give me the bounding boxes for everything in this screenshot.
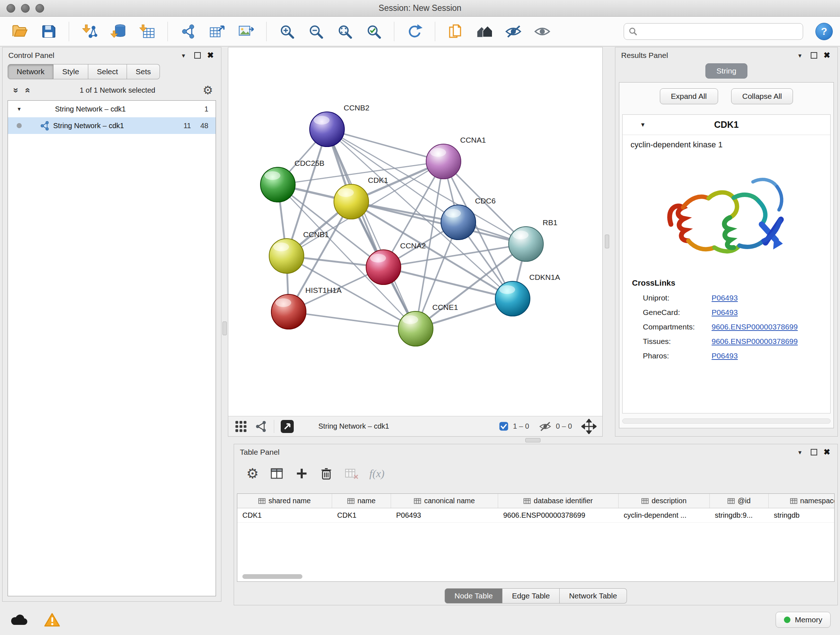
show-all-button[interactable] <box>530 20 554 43</box>
function-builder-icon[interactable]: f(x) <box>369 467 385 480</box>
collection-row[interactable]: ▼ String Network – cdk1 1 <box>8 101 216 117</box>
zoom-in-button[interactable] <box>275 20 299 43</box>
add-row-plus-icon[interactable] <box>295 467 309 480</box>
tab-sets[interactable]: Sets <box>127 64 160 79</box>
zoom-window-button[interactable] <box>35 4 44 13</box>
zoom-selected-button[interactable] <box>362 20 386 43</box>
table-cell[interactable]: CDK1 <box>332 508 391 523</box>
crosslink-link[interactable]: P06493 <box>712 294 737 302</box>
network-options-gear-icon[interactable]: ⚙ <box>202 84 213 96</box>
close-window-button[interactable] <box>6 4 15 13</box>
tab-string[interactable]: String <box>706 63 748 79</box>
import-network-from-file-button[interactable] <box>77 20 102 43</box>
home-button[interactable] <box>472 20 497 43</box>
birdseye-view-icon[interactable] <box>255 420 268 433</box>
save-session-button[interactable] <box>36 20 61 43</box>
duplicate-document-button[interactable] <box>443 20 468 43</box>
network-node-CCNB2[interactable]: CCNB2 <box>309 103 369 147</box>
collapse-section-icon[interactable]: ▼ <box>640 122 646 128</box>
zoom-out-button[interactable] <box>303 20 328 43</box>
table-cell[interactable]: stringdb <box>769 508 835 523</box>
network-node-RB1[interactable]: RB1 <box>508 218 557 261</box>
tab-network[interactable]: Network <box>8 64 54 79</box>
network-row[interactable]: String Network – cdk1 11 48 <box>8 117 216 134</box>
column-header-shared-name[interactable]: shared name <box>237 494 332 508</box>
hide-selected-button[interactable] <box>501 20 526 43</box>
close-panel-icon[interactable]: ✖ <box>822 51 832 60</box>
tree-expand-icon[interactable]: ▼ <box>17 106 24 112</box>
float-panel-icon[interactable] <box>811 52 817 59</box>
network-node-CDKN1A[interactable]: CDKN1A <box>495 273 560 316</box>
close-panel-icon[interactable]: ✖ <box>206 51 215 60</box>
minimize-window-button[interactable] <box>21 4 30 13</box>
column-header-id[interactable]: @id <box>710 494 769 508</box>
collapse-all-icon[interactable]: » <box>11 85 22 96</box>
column-header-description[interactable]: description <box>619 494 710 508</box>
automation-cloud-icon[interactable] <box>9 613 28 626</box>
table-cell[interactable]: P06493 <box>391 508 498 523</box>
export-image-button[interactable] <box>234 20 258 43</box>
table-hscrollbar[interactable] <box>241 574 835 579</box>
network-node-HIST1H1A[interactable]: HIST1H1A <box>271 286 341 329</box>
network-canvas[interactable]: CCNB2CCNA1CDC25BCDK1CDC6RB1CCNB1CCNA2CDK… <box>228 48 602 416</box>
new-network-from-table-button[interactable] <box>205 20 229 43</box>
zoom-fit-button[interactable] <box>332 20 357 43</box>
table-cell[interactable]: cyclin-dependent ... <box>619 508 710 523</box>
crosslink-link[interactable]: 9606.ENSP00000378699 <box>712 323 798 331</box>
network-edge[interactable] <box>327 129 416 329</box>
hidden-eye-slash-icon[interactable] <box>538 420 552 433</box>
grid-view-icon[interactable] <box>234 420 248 433</box>
tab-edge-table[interactable]: Edge Table <box>502 588 560 603</box>
expand-all-button[interactable]: Expand All <box>660 88 718 104</box>
table-cell[interactable]: 9606.ENSP00000378699 <box>498 508 619 523</box>
close-panel-icon[interactable]: ✖ <box>822 448 832 457</box>
selected-checkbox-icon[interactable] <box>499 421 508 431</box>
table-settings-gear-icon[interactable]: ⚙ <box>246 467 259 480</box>
collapse-all-button[interactable]: Collapse All <box>731 88 793 104</box>
panel-menu-icon[interactable]: ▼ <box>794 449 806 455</box>
float-panel-icon[interactable] <box>811 449 817 455</box>
refresh-view-button[interactable] <box>402 20 427 43</box>
column-header-database-identifier[interactable]: database identifier <box>498 494 619 508</box>
help-button[interactable]: ? <box>815 23 833 40</box>
results-scrollbar[interactable] <box>622 418 831 424</box>
crosslink-link[interactable]: P06493 <box>712 352 737 360</box>
crosslink-link[interactable]: P06493 <box>712 308 737 317</box>
column-header-canonical-name[interactable]: canonical name <box>391 494 498 508</box>
network-edge[interactable] <box>289 312 416 329</box>
delete-icon[interactable] <box>319 467 333 480</box>
splitter-handle[interactable] <box>223 321 227 335</box>
tab-select[interactable]: Select <box>88 64 127 79</box>
network-node-CDC6[interactable]: CDC6 <box>441 196 496 240</box>
search-input[interactable] <box>641 27 798 35</box>
column-header-name[interactable]: name <box>332 494 391 508</box>
memory-button[interactable]: Memory <box>775 612 831 628</box>
protein-card-header[interactable]: ▼ CDK1 <box>622 115 830 135</box>
import-network-from-database-button[interactable] <box>106 20 131 43</box>
export-view-icon[interactable] <box>280 419 294 434</box>
pan-crosshair-icon[interactable] <box>581 419 597 434</box>
network-node-CCNB1[interactable]: CCNB1 <box>269 230 329 273</box>
table-cell[interactable]: stringdb:9... <box>710 508 769 523</box>
add-column-icon[interactable] <box>270 466 284 481</box>
table-cell[interactable]: CDK1 <box>237 508 332 523</box>
expand-all-icon[interactable]: » <box>21 85 33 96</box>
column-header-namespace[interactable]: namespace <box>769 494 835 508</box>
splitter-handle[interactable] <box>525 438 540 442</box>
tab-network-table[interactable]: Network Table <box>560 588 627 603</box>
panel-menu-icon[interactable]: ▼ <box>178 52 189 59</box>
table-row[interactable]: CDK1CDK1P064939606.ENSP00000378699cyclin… <box>237 508 834 523</box>
tab-style[interactable]: Style <box>54 64 88 79</box>
new-network-button[interactable] <box>176 20 201 43</box>
network-node-CDK1[interactable]: CDK1 <box>334 176 388 219</box>
crosslink-link[interactable]: 9606.ENSP00000378699 <box>712 337 798 346</box>
splitter-handle[interactable] <box>605 234 609 249</box>
tab-node-table[interactable]: Node Table <box>445 588 502 603</box>
panel-menu-icon[interactable]: ▼ <box>794 52 806 59</box>
network-node-CCNA1[interactable]: CCNA1 <box>426 136 486 179</box>
warning-icon[interactable] <box>44 613 60 627</box>
float-panel-icon[interactable] <box>194 52 201 59</box>
open-session-button[interactable] <box>7 20 32 43</box>
scrollbar-thumb[interactable] <box>242 574 302 579</box>
import-table-from-file-button[interactable] <box>135 20 159 43</box>
